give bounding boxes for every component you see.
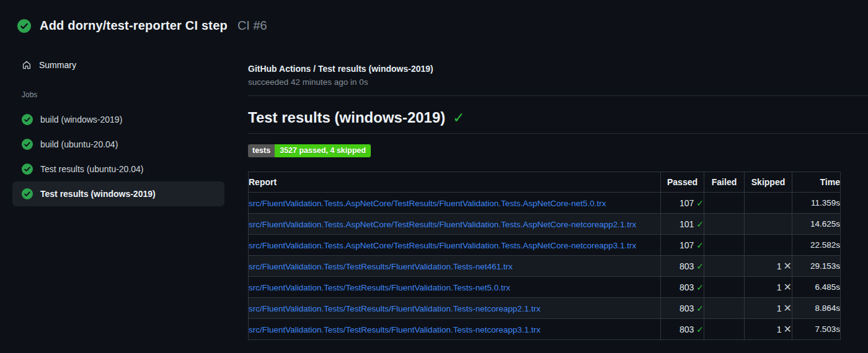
passed-count: 101 [680, 219, 694, 229]
job-list: build (windows-2019) build (ubuntu-20.04… [12, 107, 224, 206]
skipped-count: 1 [777, 282, 782, 292]
check-run-title: GitHub Actions / Test results (windows-2… [248, 64, 868, 74]
sidebar-summary-label: Summary [39, 60, 76, 70]
column-header-skipped: Skipped [745, 172, 792, 193]
check-icon: ✓ [696, 198, 704, 208]
job-label: build (ubuntu-20.04) [40, 139, 118, 149]
table-row: src/FluentValidation.Tests.AspNetCore/Te… [249, 193, 841, 214]
job-success-icon [22, 139, 33, 150]
column-header-time: Time [792, 172, 841, 193]
cross-icon: ✕ [784, 324, 792, 334]
passed-cell: 107✓ [661, 193, 704, 214]
skipped-cell: 1✕ [745, 277, 792, 298]
report-link[interactable]: src/FluentValidation.Tests/TestResults/F… [249, 262, 513, 271]
failed-cell [704, 319, 745, 340]
passed-cell: 803✓ [661, 298, 704, 319]
time-cell: 14.625s [792, 214, 841, 235]
job-label: Test results (windows-2019) [40, 189, 156, 199]
skipped-count: 1 [777, 261, 782, 271]
skipped-count: 1 [777, 325, 782, 334]
sidebar-item-build-windows-2019[interactable]: build (windows-2019) [12, 107, 224, 132]
skipped-count: 1 [777, 303, 782, 313]
job-label: Test results (ubuntu-20.04) [40, 164, 144, 174]
check-icon: ✓ [696, 325, 704, 334]
skipped-cell: 1✕ [745, 319, 792, 340]
badge-value: 3527 passed, 4 skipped [275, 144, 371, 157]
check-icon: ✓ [696, 219, 704, 229]
failed-cell [704, 214, 745, 235]
job-success-icon [22, 114, 33, 125]
column-header-failed: Failed [704, 172, 745, 193]
column-header-report: Report [249, 172, 661, 193]
time-cell: 7.503s [792, 319, 841, 340]
passed-cell: 101✓ [661, 214, 704, 235]
report-cell: src/FluentValidation.Tests/TestResults/F… [249, 277, 661, 298]
job-label: build (windows-2019) [40, 115, 122, 124]
section-title: Test results (windows-2019) [248, 109, 445, 126]
report-link[interactable]: src/FluentValidation.Tests/TestResults/F… [249, 283, 510, 292]
report-link[interactable]: src/FluentValidation.Tests/TestResults/F… [249, 325, 541, 334]
passed-cell: 803✓ [661, 256, 704, 277]
skipped-cell: ✕ [745, 193, 792, 214]
failed-cell [704, 277, 745, 298]
table-row: src/FluentValidation.Tests/TestResults/F… [249, 298, 841, 319]
report-link[interactable]: src/FluentValidation.Tests.AspNetCore/Te… [249, 220, 636, 229]
job-success-icon [22, 163, 33, 175]
check-icon: ✓ [696, 282, 704, 292]
passed-cell: 107✓ [661, 235, 704, 256]
failed-cell [704, 193, 745, 214]
passed-count: 803 [680, 303, 694, 313]
sidebar-item-build-ubuntu-2004[interactable]: build (ubuntu-20.04) [12, 132, 224, 157]
column-header-passed: Passed [661, 172, 704, 193]
table-row: src/FluentValidation.Tests/TestResults/F… [249, 256, 841, 277]
report-cell: src/FluentValidation.Tests.AspNetCore/Te… [249, 235, 661, 256]
report-cell: src/FluentValidation.Tests.AspNetCore/Te… [249, 193, 661, 214]
divider [248, 95, 868, 96]
skipped-cell: ✕ [745, 235, 792, 256]
passed-count: 803 [680, 261, 694, 271]
table-row: src/FluentValidation.Tests/TestResults/F… [249, 319, 841, 340]
check-icon: ✓ [696, 261, 704, 271]
report-cell: src/FluentValidation.Tests/TestResults/F… [249, 256, 661, 277]
time-cell: 6.485s [792, 277, 841, 298]
passed-count: 107 [680, 240, 694, 250]
cross-icon: ✕ [784, 261, 792, 271]
time-cell: 29.153s [792, 256, 841, 277]
failed-cell [704, 298, 745, 319]
test-results-table: Report Passed Failed Skipped Time src/Fl… [248, 172, 841, 340]
table-row: src/FluentValidation.Tests.AspNetCore/Te… [249, 214, 841, 235]
passed-cell: 803✓ [661, 319, 704, 340]
skipped-cell: 1✕ [745, 256, 792, 277]
badge-label: tests [248, 144, 275, 157]
passed-count: 803 [680, 325, 694, 334]
passed-count: 107 [680, 198, 694, 208]
skipped-cell: ✕ [745, 214, 792, 235]
sidebar-item-test-results-windows-2019[interactable]: Test results (windows-2019) [12, 181, 224, 206]
table-row: src/FluentValidation.Tests/TestResults/F… [249, 277, 841, 298]
check-run-status: succeeded 42 minutes ago in 0s [248, 77, 868, 87]
sidebar: Summary Jobs build (windows-2019) build … [12, 0, 224, 206]
failed-cell [704, 256, 745, 277]
report-cell: src/FluentValidation.Tests/TestResults/F… [249, 298, 661, 319]
jobs-section-label: Jobs [12, 90, 224, 99]
sidebar-item-test-results-ubuntu-2004[interactable]: Test results (ubuntu-20.04) [12, 157, 224, 181]
report-cell: src/FluentValidation.Tests/TestResults/F… [249, 319, 661, 340]
check-icon: ✓ [696, 303, 704, 313]
report-link[interactable]: src/FluentValidation.Tests.AspNetCore/Te… [249, 199, 606, 208]
tests-badge: tests 3527 passed, 4 skipped [248, 144, 371, 157]
cross-icon: ✕ [784, 282, 792, 292]
sidebar-item-summary[interactable]: Summary [12, 57, 224, 73]
divider [248, 133, 868, 134]
check-icon: ✓ [696, 240, 704, 250]
skipped-cell: 1✕ [745, 298, 792, 319]
passed-cell: 803✓ [661, 277, 704, 298]
failed-cell [704, 235, 745, 256]
time-cell: 11.359s [792, 193, 841, 214]
page: Add dorny/test-reporter CI step CI #6 Su… [0, 0, 868, 353]
job-success-icon [22, 188, 33, 199]
report-link[interactable]: src/FluentValidation.Tests/TestResults/F… [249, 304, 541, 313]
passed-count: 803 [680, 282, 694, 292]
cross-icon: ✕ [784, 303, 792, 313]
report-link[interactable]: src/FluentValidation.Tests.AspNetCore/Te… [249, 241, 636, 250]
report-cell: src/FluentValidation.Tests.AspNetCore/Te… [249, 214, 661, 235]
